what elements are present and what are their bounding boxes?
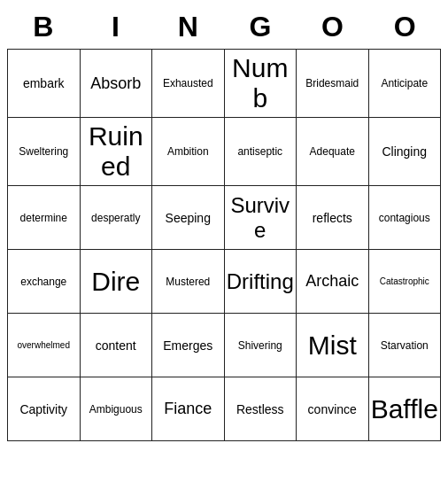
cell-r1-c1: Ruined — [81, 118, 153, 186]
cell-r0-c2: Exhausted — [152, 50, 225, 118]
cell-r3-c4: Archaic — [297, 250, 369, 314]
cell-r3-c3: Drifting — [225, 250, 297, 314]
cell-r5-c4: convince — [297, 377, 369, 441]
header-letter-2: N — [151, 7, 224, 47]
bingo-grid: embarkAbsorbExhaustedNumbBridesmaidAntic… — [7, 49, 441, 441]
cell-r1-c0: Sweltering — [8, 118, 81, 186]
cell-r0-c1: Absorb — [81, 50, 153, 118]
cell-r2-c2: Seeping — [152, 186, 225, 250]
cell-r4-c4: Mist — [297, 314, 369, 377]
cell-r4-c5: Starvation — [369, 314, 442, 377]
header-letter-0: B — [7, 7, 80, 47]
cell-r4-c0: overwhelmed — [8, 314, 81, 377]
cell-r2-c5: contagious — [369, 186, 442, 250]
header-letter-3: G — [224, 7, 297, 47]
cell-r4-c2: Emerges — [152, 314, 225, 377]
cell-r2-c3: Survive — [225, 186, 297, 250]
cell-r2-c4: reflects — [297, 186, 369, 250]
header-letter-1: I — [80, 7, 152, 47]
header-letter-4: O — [297, 7, 369, 47]
cell-r0-c0: embark — [8, 50, 81, 118]
cell-r5-c3: Restless — [225, 377, 297, 441]
cell-r5-c2: Fiance — [152, 377, 225, 441]
bingo-header: BINGOO — [7, 7, 441, 47]
cell-r4-c3: Shivering — [225, 314, 297, 377]
header-letter-5: O — [368, 7, 441, 47]
cell-r2-c1: desperatly — [81, 186, 153, 250]
cell-r2-c0: determine — [8, 186, 81, 250]
cell-r1-c4: Adequate — [297, 118, 369, 186]
cell-r3-c5: Catastrophic — [369, 250, 442, 314]
cell-r4-c1: content — [81, 314, 153, 377]
cell-r1-c2: Ambition — [152, 118, 225, 186]
cell-r5-c0: Captivity — [8, 377, 81, 441]
cell-r3-c2: Mustered — [152, 250, 225, 314]
cell-r5-c5: Baffle — [369, 377, 442, 441]
cell-r5-c1: Ambiguous — [81, 377, 153, 441]
cell-r0-c5: Anticipate — [369, 50, 442, 118]
cell-r0-c4: Bridesmaid — [297, 50, 369, 118]
cell-r1-c3: antiseptic — [225, 118, 297, 186]
cell-r1-c5: Clinging — [369, 118, 442, 186]
cell-r3-c1: Dire — [81, 250, 153, 314]
cell-r0-c3: Numb — [225, 50, 297, 118]
cell-r3-c0: exchange — [8, 250, 81, 314]
